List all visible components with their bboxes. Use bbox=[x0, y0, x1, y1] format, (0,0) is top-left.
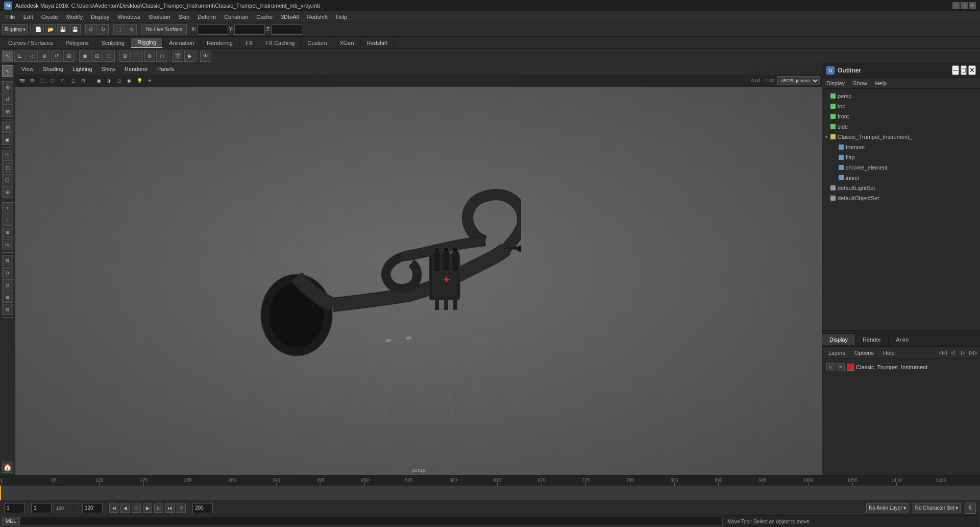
select-btn[interactable]: ⬚ bbox=[113, 24, 125, 35]
lasso-btn[interactable]: ⊙ bbox=[126, 24, 137, 35]
tab-xgen[interactable]: XGen bbox=[333, 38, 360, 47]
outliner-menu-show[interactable]: Show bbox=[849, 79, 871, 87]
layer-p-btn-Classic_Trumpet_Instrument[interactable]: P bbox=[837, 363, 845, 371]
goto-end-btn[interactable]: ⏭ bbox=[165, 504, 175, 513]
history-btn[interactable]: ⊟ bbox=[2, 255, 13, 266]
snap-curve-btn[interactable]: ⌒ bbox=[132, 51, 143, 62]
move-mode-btn[interactable]: ⊕ bbox=[2, 81, 13, 92]
open-file-btn[interactable]: 📂 bbox=[45, 24, 56, 35]
vp-shadow-btn[interactable]: ☀ bbox=[145, 76, 154, 85]
layer-row-Classic_Trumpet_Instrument[interactable]: VPClassic_Trumpet_Instrument bbox=[824, 361, 978, 373]
tab-curves-/-surfaces[interactable]: Curves / Surfaces bbox=[2, 38, 59, 47]
range-end2-field[interactable]: 200 bbox=[192, 503, 213, 513]
vp-lighting-menu[interactable]: Lighting bbox=[68, 65, 96, 73]
prev-frame-btn[interactable]: ◀ bbox=[120, 504, 130, 513]
menu-item-skeleton[interactable]: Skeleton bbox=[144, 13, 175, 21]
tree-item-flap[interactable]: flap bbox=[822, 152, 980, 162]
menu-item-3dtoall[interactable]: 3DtoAll bbox=[277, 13, 303, 21]
tab-fx-caching[interactable]: FX Caching bbox=[259, 38, 301, 47]
gamma-select[interactable]: sRGB gamma bbox=[777, 76, 820, 85]
show-hide-btn[interactable]: 👁 bbox=[200, 51, 211, 62]
vp-shade-wire-btn[interactable]: ◼ bbox=[94, 76, 103, 85]
vp-panels-menu[interactable]: Panels bbox=[153, 65, 179, 73]
viewport[interactable]: View Shading Lighting Show Renderer Pane… bbox=[15, 63, 822, 475]
menu-item-file[interactable]: File bbox=[2, 13, 19, 21]
anim-layer-dropdown[interactable]: No Anim Layer ▾ bbox=[866, 503, 909, 513]
tab-animation[interactable]: Animation bbox=[163, 38, 201, 47]
outliner-menu-display[interactable]: Display bbox=[822, 79, 849, 87]
tree-item-top[interactable]: top bbox=[822, 101, 980, 111]
tree-item-defaultObjectSet[interactable]: defaultObjectSet bbox=[822, 193, 980, 203]
layer-tab-anim[interactable]: Anim bbox=[889, 334, 916, 345]
scale-mode-btn[interactable]: ⊞ bbox=[2, 106, 13, 117]
paint2-btn[interactable]: ◉ bbox=[2, 134, 13, 145]
layer-menu-help[interactable]: Help bbox=[879, 349, 899, 357]
ipr-btn[interactable]: ▶ bbox=[184, 51, 195, 62]
scale-btn[interactable]: ⊞ bbox=[63, 51, 75, 62]
menu-item-edit[interactable]: Edit bbox=[19, 13, 37, 21]
history2-btn[interactable]: ⊟ bbox=[2, 267, 13, 278]
vp-toggle2-btn[interactable]: ◻ bbox=[68, 76, 78, 85]
tool1-btn[interactable]: I bbox=[2, 202, 13, 213]
vp-show-menu[interactable]: Show bbox=[97, 65, 120, 73]
snap-point-btn[interactable]: ⊕ bbox=[144, 51, 155, 62]
component2-btn[interactable]: ◻ bbox=[2, 162, 13, 173]
select-tool-btn[interactable]: ↖ bbox=[2, 51, 13, 62]
tree-item-Classic_Trumpet_Instrument_[interactable]: ▼Classic_Trumpet_Instrument_ bbox=[822, 132, 980, 142]
component4-btn[interactable]: ⊕ bbox=[2, 186, 13, 198]
loop-btn[interactable]: ↺ bbox=[177, 504, 186, 513]
vp-light-btn[interactable]: 💡 bbox=[135, 76, 144, 85]
soft-select-btn[interactable]: ◉ bbox=[79, 51, 90, 62]
layer-nav-btn-1[interactable]: ◁ bbox=[948, 348, 958, 357]
sym-btn[interactable]: ⊟ bbox=[91, 51, 103, 62]
outliner-close-btn[interactable]: ✕ bbox=[968, 65, 976, 75]
goto-start-btn[interactable]: ⏮ bbox=[109, 504, 118, 513]
mel-label[interactable]: MEL bbox=[2, 517, 20, 525]
menu-item-redshift[interactable]: Redshift bbox=[303, 13, 331, 21]
vp-view-menu[interactable]: View bbox=[17, 65, 38, 73]
timeline-area[interactable] bbox=[0, 486, 980, 500]
menu-item-deform[interactable]: Deform bbox=[193, 13, 220, 21]
tab-redshift[interactable]: Redshift bbox=[361, 38, 394, 47]
tree-item-persp[interactable]: persp bbox=[822, 91, 980, 101]
select-mode-btn[interactable]: ↖ bbox=[2, 65, 13, 77]
close-button[interactable]: ✕ bbox=[969, 2, 976, 9]
tab-rendering[interactable]: Rendering bbox=[201, 38, 239, 47]
tree-item-defaultLightSet[interactable]: defaultLightSet bbox=[822, 183, 980, 193]
vp-toggle3-btn[interactable]: ⊟ bbox=[79, 76, 88, 85]
range-bar[interactable]: 120 bbox=[54, 503, 79, 513]
tool2-btn[interactable]: II bbox=[2, 214, 13, 226]
x-input[interactable] bbox=[198, 25, 228, 35]
vp-film-btn[interactable]: ⬚ bbox=[38, 76, 47, 85]
paint-btn[interactable]: ◁ bbox=[27, 51, 38, 62]
z-input[interactable] bbox=[272, 25, 302, 35]
render-btn[interactable]: 🎬 bbox=[172, 51, 183, 62]
layer-tab-render[interactable]: Render bbox=[855, 334, 889, 345]
move-btn[interactable]: ⊕ bbox=[39, 51, 50, 62]
tree-item-innier[interactable]: innier bbox=[822, 173, 980, 183]
snap-btn[interactable]: ⊟ bbox=[2, 122, 13, 133]
tree-item-side[interactable]: side bbox=[822, 122, 980, 132]
outliner-menu-help[interactable]: Help bbox=[871, 79, 891, 87]
tool4-btn[interactable]: IV bbox=[2, 239, 13, 250]
vp-renderer-menu[interactable]: Renderer bbox=[120, 65, 152, 73]
tool3-btn[interactable]: III bbox=[2, 227, 13, 238]
layer-menu-layers[interactable]: Layers bbox=[824, 349, 849, 357]
tab-rigging[interactable]: Rigging bbox=[131, 38, 163, 48]
redo-btn[interactable]: ↻ bbox=[97, 24, 109, 35]
character-set-dropdown[interactable]: No Character Set ▾ bbox=[913, 503, 961, 513]
layer-v-btn-Classic_Trumpet_Instrument[interactable]: V bbox=[826, 363, 835, 371]
layer-tab-display[interactable]: Display bbox=[822, 334, 855, 345]
save-as-btn[interactable]: 💾 bbox=[69, 24, 81, 35]
tree-item-trumpet[interactable]: trumpet bbox=[822, 142, 980, 152]
menu-item-display[interactable]: Display bbox=[87, 13, 113, 21]
range-end-field[interactable]: 120 bbox=[82, 503, 103, 513]
tab-sculpting[interactable]: Sculpting bbox=[95, 38, 131, 47]
menu-item-skin[interactable]: Skin bbox=[175, 13, 193, 21]
undo-btn[interactable]: ↺ bbox=[85, 24, 96, 35]
mel-input[interactable] bbox=[20, 517, 723, 526]
outliner-maximize-btn[interactable]: □ bbox=[961, 65, 967, 75]
history5-btn[interactable]: ⊟ bbox=[2, 304, 13, 315]
range-start-field[interactable]: 1 bbox=[31, 503, 52, 513]
history4-btn[interactable]: ⊟ bbox=[2, 292, 13, 303]
